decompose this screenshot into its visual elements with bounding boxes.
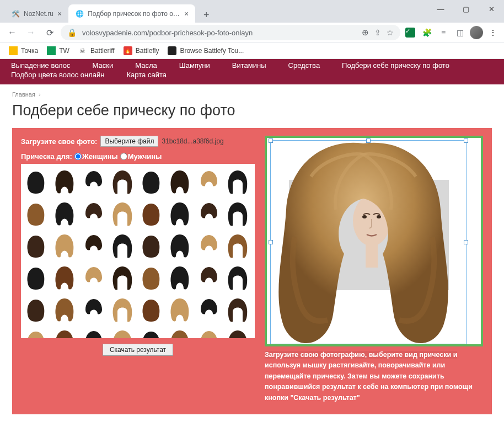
hairstyle-thumb[interactable] bbox=[196, 231, 222, 260]
hairstyle-thumb[interactable] bbox=[52, 263, 77, 292]
bookmark-battleriff[interactable]: ☠ Battleriff bbox=[75, 45, 118, 57]
window-controls: — ▢ ✕ bbox=[428, 0, 504, 18]
bookmark-battlefly[interactable]: 🔥 Battlefly bbox=[120, 45, 163, 57]
hairstyle-thumb[interactable] bbox=[138, 263, 164, 292]
hairstyle-thumb[interactable] bbox=[167, 167, 192, 196]
hairstyle-thumb[interactable] bbox=[225, 199, 250, 228]
hairstyle-thumb[interactable] bbox=[23, 167, 49, 196]
hairstyle-thumb[interactable] bbox=[81, 295, 106, 324]
radio-male[interactable]: Мужчины bbox=[120, 152, 162, 161]
hairstyle-thumb[interactable] bbox=[196, 199, 222, 228]
close-icon[interactable]: × bbox=[57, 9, 62, 18]
hairstyle-thumb[interactable] bbox=[52, 199, 77, 228]
hairstyle-thumb[interactable] bbox=[23, 263, 49, 292]
hairstyle-thumb[interactable] bbox=[196, 167, 222, 196]
close-icon[interactable]: × bbox=[184, 9, 189, 18]
nav-link[interactable]: Витамины bbox=[232, 61, 266, 70]
close-window-button[interactable]: ✕ bbox=[479, 0, 504, 18]
hairstyle-thumb[interactable] bbox=[225, 231, 250, 260]
hairstyle-thumb[interactable] bbox=[23, 327, 49, 338]
hairstyle-thumb[interactable] bbox=[167, 231, 192, 260]
nav-link[interactable]: Масла bbox=[135, 61, 157, 70]
nav-link[interactable]: Подбор цвета волос онлайн bbox=[11, 71, 105, 79]
choose-file-button[interactable]: Выберите файл bbox=[100, 136, 158, 147]
hairstyle-thumb[interactable] bbox=[23, 199, 49, 228]
nav-link[interactable]: Выпадение волос bbox=[11, 61, 71, 70]
hairstyle-thumb[interactable] bbox=[167, 295, 192, 324]
hairstyle-thumb[interactable] bbox=[52, 327, 77, 338]
hairstyle-thumb[interactable] bbox=[52, 295, 77, 324]
hairstyle-thumb[interactable] bbox=[52, 231, 77, 260]
preview-box[interactable] bbox=[265, 136, 483, 346]
star-icon[interactable]: ☆ bbox=[387, 28, 394, 37]
nav-link[interactable]: Подбери себе прическу по фото bbox=[342, 61, 449, 70]
globe-icon: 🌐 bbox=[75, 9, 84, 18]
hairstyle-thumb[interactable] bbox=[225, 295, 250, 324]
reload-button[interactable]: ⟳ bbox=[42, 25, 57, 40]
new-tab-button[interactable]: + bbox=[199, 7, 214, 23]
tab-noznet[interactable]: 🛠️ NozNet.ru × bbox=[4, 4, 68, 23]
hairstyle-thumb[interactable] bbox=[138, 327, 164, 338]
minimize-button[interactable]: — bbox=[428, 0, 453, 18]
hairstyle-thumb[interactable] bbox=[196, 263, 222, 292]
breadcrumb-home[interactable]: Главная bbox=[12, 91, 35, 98]
hairstyle-thumb[interactable] bbox=[110, 295, 135, 324]
hairstyle-thumb[interactable] bbox=[23, 295, 49, 324]
hairstyle-thumb[interactable] bbox=[138, 199, 164, 228]
nav-link[interactable]: Средства bbox=[288, 61, 320, 70]
hairstyle-thumb[interactable] bbox=[23, 231, 49, 260]
hairstyle-thumb[interactable] bbox=[225, 263, 250, 292]
bookmark-tochka[interactable]: Точка bbox=[6, 45, 41, 57]
hairstyle-grid[interactable] bbox=[21, 164, 255, 338]
bookmark-tw[interactable]: TW bbox=[44, 45, 73, 57]
handle-e[interactable] bbox=[464, 240, 468, 244]
nav-link[interactable]: Карта сайта bbox=[127, 71, 167, 79]
handle-ne[interactable] bbox=[464, 138, 468, 143]
hairstyle-thumb[interactable] bbox=[52, 167, 77, 196]
hairstyle-thumb[interactable] bbox=[110, 263, 135, 292]
radio-female-input[interactable] bbox=[74, 153, 82, 160]
forward-button[interactable]: → bbox=[23, 25, 39, 40]
bookmark-battlefy[interactable]: Browse Battlefy Tou... bbox=[164, 45, 247, 57]
hairstyle-thumb[interactable] bbox=[225, 167, 250, 196]
hairstyle-thumb[interactable] bbox=[110, 231, 135, 260]
hairstyle-thumb[interactable] bbox=[138, 167, 164, 196]
nav-link[interactable]: Маски bbox=[93, 61, 114, 70]
hairstyle-thumb[interactable] bbox=[110, 327, 135, 338]
hairstyle-thumb[interactable] bbox=[110, 199, 135, 228]
handle-n[interactable] bbox=[366, 138, 371, 143]
hairstyle-thumb[interactable] bbox=[81, 327, 106, 338]
hairstyle-thumb[interactable] bbox=[167, 263, 192, 292]
handle-nw[interactable] bbox=[269, 138, 273, 143]
share-icon[interactable]: ⇪ bbox=[374, 28, 381, 37]
search-icon[interactable]: ⊕ bbox=[362, 28, 369, 38]
extensions-icon[interactable]: 🧩 bbox=[420, 26, 433, 39]
hairstyle-thumb[interactable] bbox=[196, 327, 222, 338]
menu-button[interactable]: ⋮ bbox=[486, 26, 500, 39]
hairstyle-thumb[interactable] bbox=[138, 295, 164, 324]
maximize-button[interactable]: ▢ bbox=[453, 0, 479, 18]
radio-female[interactable]: Женщины bbox=[74, 152, 118, 161]
radio-male-input[interactable] bbox=[120, 153, 127, 160]
bookmark-icon[interactable]: ◫ bbox=[453, 26, 467, 39]
download-button[interactable]: Скачать результат bbox=[103, 344, 173, 356]
nav-link[interactable]: Шампуни bbox=[179, 61, 210, 70]
selection-box[interactable] bbox=[270, 140, 467, 344]
hairstyle-thumb[interactable] bbox=[81, 263, 106, 292]
hairstyle-thumb[interactable] bbox=[167, 327, 192, 338]
profile-avatar[interactable] bbox=[470, 26, 483, 39]
hairstyle-thumb[interactable] bbox=[81, 199, 106, 228]
hairstyle-thumb[interactable] bbox=[138, 231, 164, 260]
hairstyle-thumb[interactable] bbox=[196, 295, 222, 324]
extension-check-icon[interactable]: ✓ bbox=[404, 26, 417, 39]
hairstyle-thumb[interactable] bbox=[167, 199, 192, 228]
back-button[interactable]: ← bbox=[4, 25, 20, 40]
hairstyle-thumb[interactable] bbox=[81, 231, 106, 260]
tab-hairstyles[interactable]: 🌐 Подбор причесок по фото онла × bbox=[68, 4, 195, 23]
address-bar[interactable]: 🔒 volosvypadenie.com/podbor-prichesok-po… bbox=[61, 25, 400, 40]
hairstyle-thumb[interactable] bbox=[225, 327, 250, 338]
reading-list-icon[interactable]: ≡ bbox=[437, 26, 450, 39]
handle-w[interactable] bbox=[269, 240, 273, 244]
hairstyle-thumb[interactable] bbox=[110, 167, 135, 196]
hairstyle-thumb[interactable] bbox=[81, 167, 106, 196]
